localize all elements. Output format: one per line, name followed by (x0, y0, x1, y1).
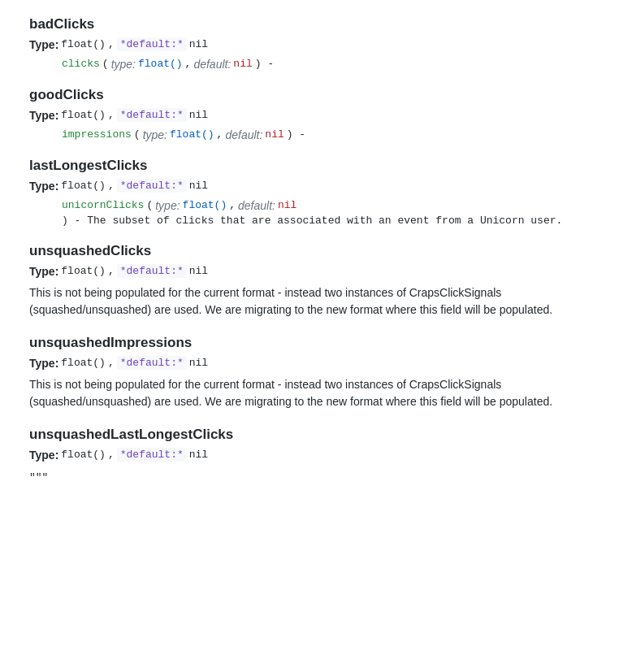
param-item: unicornClicks ( type: float() , default:… (62, 199, 603, 227)
type-prefix: Type: (29, 449, 58, 462)
section-goodClicks: goodClicks Type: float() , *default:* ni… (29, 87, 603, 141)
default-value: nil (189, 38, 208, 50)
type-prefix: Type: (29, 180, 58, 193)
type-value: float() (61, 180, 106, 192)
default-value: nil (189, 357, 208, 369)
default-badge: *default:* (117, 264, 187, 278)
default-badge: *default:* (117, 37, 187, 51)
type-line: Type: float() , *default:* nil (29, 356, 603, 370)
param-type-value: float() (183, 199, 227, 211)
section-title: badClicks (29, 16, 603, 33)
type-prefix: Type: (29, 357, 58, 370)
type-line: Type: float() , *default:* nil (29, 448, 603, 462)
section-badClicks: badClicks Type: float() , *default:* nil… (29, 16, 603, 71)
param-default-label: default: (193, 58, 231, 71)
section-title: unsquashedLastLongestClicks (29, 427, 603, 443)
default-value: nil (189, 449, 208, 461)
param-item: impressions ( type: float() , default: n… (62, 128, 603, 141)
type-value: float() (61, 38, 106, 50)
section-unsquashedImpressions: unsquashedImpressions Type: float() , *d… (29, 335, 603, 410)
default-value: nil (189, 109, 208, 121)
api-docs-container: badClicks Type: float() , *default:* nil… (29, 16, 603, 486)
section-description: This is not being populated for the curr… (29, 284, 603, 319)
param-default-label: default: (225, 128, 262, 141)
param-item: clicks ( type: float() , default: nil ) … (62, 58, 603, 71)
type-prefix: Type: (29, 265, 58, 278)
param-type-value: float() (170, 128, 214, 141)
type-value: float() (61, 109, 106, 121)
section-title: unsquashedClicks (29, 243, 603, 259)
section-title: goodClicks (29, 87, 603, 103)
param-type-label: type: (155, 199, 180, 212)
param-name: impressions (62, 128, 132, 141)
param-default-value: nil (278, 199, 297, 211)
default-badge: *default:* (117, 356, 187, 370)
default-value: nil (189, 180, 208, 192)
param-default-label: default: (238, 199, 275, 212)
param-list: unicornClicks ( type: float() , default:… (29, 199, 603, 227)
default-badge: *default:* (117, 179, 187, 193)
type-value: float() (61, 265, 106, 277)
type-line: Type: float() , *default:* nil (29, 37, 603, 51)
section-unsquashedClicks: unsquashedClicks Type: float() , *defaul… (29, 243, 603, 319)
default-badge: *default:* (117, 108, 187, 122)
section-unsquashedLastLongestClicks: unsquashedLastLongestClicks Type: float(… (29, 427, 603, 486)
param-list: impressions ( type: float() , default: n… (29, 128, 603, 141)
param-type-label: type: (143, 128, 167, 141)
section-lastLongestClicks: lastLongestClicks Type: float() , *defau… (29, 158, 603, 227)
param-type-value: float() (138, 58, 183, 70)
section-title: lastLongestClicks (29, 158, 603, 174)
type-value: float() (61, 449, 106, 461)
section-description: """ (29, 468, 603, 486)
default-badge: *default:* (117, 448, 187, 462)
type-prefix: Type: (29, 38, 58, 51)
type-line: Type: float() , *default:* nil (29, 108, 603, 122)
section-title: unsquashedImpressions (29, 335, 603, 351)
type-line: Type: float() , *default:* nil (29, 179, 603, 193)
param-type-label: type: (111, 58, 136, 71)
param-default-value: nil (265, 128, 284, 141)
default-value: nil (189, 265, 208, 277)
param-default-value: nil (233, 58, 252, 70)
type-line: Type: float() , *default:* nil (29, 264, 603, 278)
param-list: clicks ( type: float() , default: nil ) … (29, 58, 603, 71)
type-value: float() (61, 357, 106, 369)
param-name: clicks (62, 58, 100, 70)
section-description: This is not being populated for the curr… (29, 376, 603, 410)
type-prefix: Type: (29, 109, 58, 122)
param-name: unicornClicks (62, 199, 144, 211)
